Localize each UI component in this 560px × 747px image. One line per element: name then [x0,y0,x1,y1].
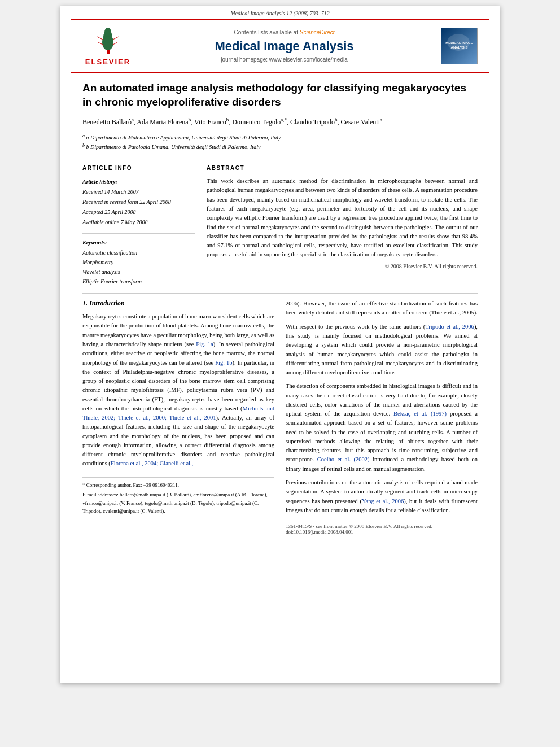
cover-title-text: MEDICAL IMAGE ANALYSIS [441,40,477,52]
ref-florena[interactable]: Florena et al., 2004; Gianelli et al., [111,460,193,466]
abstract-text: This work describes an automatic method … [207,177,478,259]
elsevier-tree-icon [93,25,124,56]
abstract-column: ABSTRACT This work describes an automati… [207,165,478,286]
body-para-2-ref: 2006). However, the issue of an effectiv… [286,300,478,316]
article-history: Article history: Received 14 March 2007 … [82,177,195,228]
affiliation-a: a a Dipartimento di Matematica e Applica… [82,133,478,142]
fig-ref-1b[interactable]: Fig. 1b [215,360,232,366]
keyword-2: Morphometry [82,257,195,267]
bottom-notice: 1361-8415/$ - see front matter © 2008 El… [286,521,478,535]
ref-tripodo[interactable]: Tripodo et al., 2006 [425,324,474,330]
svg-line-7 [113,37,119,40]
divider-keywords [82,233,195,234]
divider-2 [82,293,478,294]
keywords-section: Keywords: Automatic classification Morph… [82,239,195,286]
citation-text: Medical Image Analysis 12 (2008) 703–712 [230,10,330,16]
journal-cover-image: MEDICAL IMAGE ANALYSIS [441,28,478,64]
main-content: An automated image analysis methodology … [60,73,500,543]
body-col-right: 2006). However, the issue of an effectiv… [286,299,478,535]
sciencedirect-line: Contents lists available at ScienceDirec… [133,29,435,36]
doi-line: doi:10.1016/j.media.2008.04.001 [286,529,478,535]
body-para-1: Megakaryocytes constitute a population o… [82,312,274,469]
divider-1 [82,159,478,159]
affiliation-b: b b Dipartimento di Patologia Umana, Uni… [82,142,478,152]
page: Medical Image Analysis 12 (2008) 703–712 [60,6,500,683]
fig-ref-1a[interactable]: Fig. 1a [196,341,213,347]
elsevier-wordmark: ELSEVIER [85,58,130,66]
svg-point-3 [104,28,111,37]
article-info-column: ARTICLE INFO Article history: Received 1… [82,165,195,286]
article-info-label: ARTICLE INFO [82,165,195,173]
abstract-paragraph: This work describes an automatic method … [207,177,478,259]
body-para-2: 2006). However, the issue of an effectiv… [286,299,478,318]
ref-yang[interactable]: Yang et al., 2006 [362,498,404,504]
history-online: Available online 7 May 2008 [82,217,195,228]
sciencedirect-link[interactable]: ScienceDirect [300,29,335,36]
svg-line-6 [97,37,103,40]
section1-title: 1. Introduction [82,299,274,308]
abstract-label: ABSTRACT [207,165,478,173]
footnote-star: * Corresponding author. Fax: +39 0916040… [82,481,274,489]
elsevier-logo: ELSEVIER [82,25,133,66]
keyword-4: Elliptic Fourier transform [82,277,195,286]
history-revised: Received in revised form 22 April 2008 [82,197,195,207]
body-para-4: The detection of components embedded in … [286,382,478,474]
footnote-email-label: E-mail addresses: [82,492,119,497]
article-title: An automated image analysis methodology … [82,81,478,109]
ref-coelho[interactable]: Coelho et al. (2002) [317,456,370,462]
journal-citation: Medical Image Analysis 12 (2008) 703–712 [60,6,500,16]
journal-cover: MEDICAL IMAGE ANALYSIS [435,28,478,64]
history-accepted: Accepted 25 April 2008 [82,207,195,217]
copyright-line: © 2008 Elsevier B.V. All rights reserved… [207,263,478,269]
ref-michiels[interactable]: Michiels and Thiele, 2002; Thiele et al.… [82,405,274,421]
history-received: Received 14 March 2007 [82,187,195,197]
footnote-star-text: * Corresponding author. Fax: +39 0916040… [82,482,179,488]
footnote-emails: E-mail addresses: ballaro@math.unipa.it … [82,491,274,515]
footnotes: * Corresponding author. Fax: +39 0916040… [82,477,274,516]
authors-text: Benedetto Ballaròa, Ada Maria Florenab, … [82,118,382,126]
journal-title-block: Contents lists available at ScienceDirec… [133,29,435,63]
history-label: Article history: [82,177,195,187]
keyword-3: Wavelet analysis [82,267,195,277]
affiliations: a a Dipartimento di Matematica e Applica… [82,133,478,152]
issn-line: 1361-8415/$ - see front matter © 2008 El… [286,523,478,529]
keywords-label: Keywords: [82,239,195,246]
body-para-3: With respect to the previous work by the… [286,322,478,378]
sciencedirect-prefix: Contents lists available at [234,29,300,36]
keyword-1: Automatic classification [82,248,195,257]
ref-beksac[interactable]: Beksaç et al. (1997) [393,410,447,417]
journal-header-banner: ELSEVIER Contents lists available at Sci… [71,19,489,73]
body-col-left: 1. Introduction Megakaryocytes constitut… [82,299,274,535]
body-section: 1. Introduction Megakaryocytes constitut… [82,299,478,535]
authors: Benedetto Ballaròa, Ada Maria Florenab, … [82,116,478,128]
body-para-5: Previous contributions on the automatic … [286,478,478,515]
journal-main-title: Medical Image Analysis [133,39,435,54]
journal-homepage: journal homepage: www.elsevier.com/locat… [133,56,435,63]
info-abstract-section: ARTICLE INFO Article history: Received 1… [82,165,478,286]
